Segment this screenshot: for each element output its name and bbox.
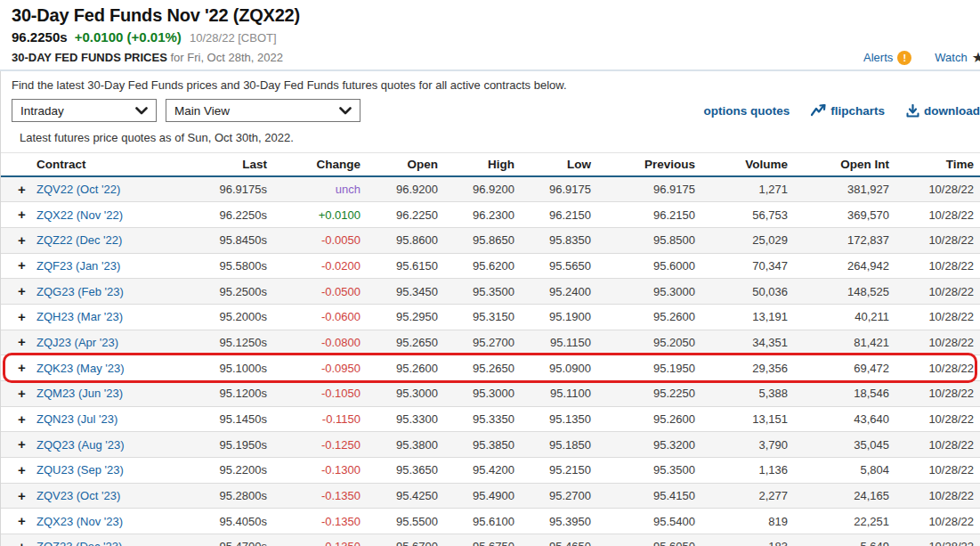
expand-row-icon[interactable]: + — [18, 182, 26, 197]
expand-row-icon[interactable]: + — [18, 257, 26, 273]
cell-contract: ZQU23 (Sep '23) — [36, 458, 188, 484]
column-header-open-int[interactable]: Open Int — [788, 153, 889, 176]
column-header-change[interactable]: Change — [267, 153, 360, 176]
cell-high: 95.3500 — [438, 279, 514, 305]
expand-row-icon[interactable]: + — [18, 412, 26, 427]
flipcharts-link[interactable]: flipcharts — [811, 104, 885, 118]
cell-time: 10/28/22 — [889, 509, 980, 534]
download-link[interactable]: download — [906, 104, 980, 118]
cell-volume: 819 — [695, 509, 788, 534]
cell-low: 95.3950 — [514, 509, 591, 534]
cell-time: 10/28/22 — [889, 483, 980, 509]
contract-link[interactable]: ZQZ23 (Dec '23) — [36, 540, 122, 546]
cell-previous: 96.9175 — [591, 176, 695, 202]
contract-link[interactable]: ZQX22 (Nov '22) — [36, 208, 123, 222]
cell-open-int: 5,804 — [788, 458, 889, 484]
expand-row-icon[interactable]: + — [18, 283, 26, 298]
quotes-table-wrap: ContractLastChangeOpenHighLowPreviousVol… — [1, 152, 980, 546]
cell-last: 95.4700s — [188, 534, 267, 546]
cell-volume: 29,356 — [695, 355, 788, 381]
cell-time: 10/28/22 — [889, 227, 980, 253]
cell-change: unch — [267, 176, 360, 202]
expand-row-icon[interactable]: + — [18, 386, 26, 401]
expand-row-icon[interactable]: + — [18, 436, 26, 452]
cell-low: 95.2150 — [514, 458, 591, 484]
cell-last: 95.1950s — [188, 432, 267, 458]
cell-volume: 1,136 — [695, 458, 788, 484]
cell-low: 95.1100 — [514, 381, 591, 407]
cell-change: -0.1300 — [267, 458, 360, 484]
view-select[interactable]: Main View — [166, 99, 360, 122]
expand-row-icon[interactable]: + — [18, 334, 26, 349]
expand-row-icon[interactable]: + — [18, 309, 26, 324]
watchlist-star-icon[interactable]: ★ — [972, 51, 980, 65]
cell-contract: ZQN23 (Jul '23) — [36, 406, 188, 432]
expand-row-icon[interactable]: + — [18, 207, 26, 222]
cell-previous: 95.2600 — [591, 406, 695, 432]
table-row: +ZQM23 (Jun '23)95.1200s-0.105095.300095… — [1, 381, 980, 407]
column-header-high[interactable]: High — [438, 153, 514, 176]
contract-link[interactable]: ZQJ23 (Apr '23) — [36, 336, 118, 349]
contract-link[interactable]: ZQX23 (Nov '23) — [36, 515, 123, 528]
contract-link[interactable]: ZQN23 (Jul '23) — [36, 412, 117, 426]
expand-row-icon[interactable]: + — [18, 513, 26, 528]
contract-link[interactable]: ZQZ22 (Dec '22) — [36, 233, 122, 247]
cell-last: 95.2800s — [188, 483, 267, 509]
cell-last: 95.1250s — [188, 330, 267, 355]
column-header-low[interactable]: Low — [514, 153, 591, 176]
expand-row-icon[interactable]: + — [18, 232, 26, 248]
cell-change: -0.1150 — [267, 406, 360, 432]
cell-low: 95.8350 — [514, 227, 591, 253]
cell-volume: 70,347 — [695, 253, 788, 279]
expand-row-icon[interactable]: + — [18, 462, 26, 477]
cell-open-int: 172,837 — [788, 227, 889, 253]
contract-link[interactable]: ZQU23 (Sep '23) — [36, 463, 124, 477]
column-header-time[interactable]: Time — [889, 153, 980, 176]
cell-open-int: 18,546 — [788, 381, 889, 407]
cell-high: 96.2300 — [438, 202, 514, 228]
options-quotes-label: options quotes — [703, 104, 790, 118]
column-header-last[interactable]: Last — [188, 153, 267, 176]
timeframe-select[interactable]: Intraday — [12, 99, 157, 122]
expand-row-icon[interactable]: + — [18, 360, 26, 375]
column-header-volume[interactable]: Volume — [695, 153, 788, 176]
contract-link[interactable]: ZQQ23 (Aug '23) — [36, 438, 125, 452]
cell-previous: 95.6000 — [591, 253, 695, 279]
page-header: 30-Day Fed Funds Nov '22 (ZQX22) 96.2250… — [0, 0, 980, 65]
cell-high: 95.2700 — [438, 330, 514, 355]
column-header-contract[interactable]: Contract — [36, 153, 188, 176]
table-row: +ZQJ23 (Apr '23)95.1250s-0.080095.265095… — [1, 330, 980, 355]
contract-link[interactable]: ZQF23 (Jan '23) — [36, 259, 120, 273]
table-row: +ZQU23 (Sep '23)95.2200s-0.130095.365095… — [1, 458, 980, 484]
alerts-link[interactable]: Alerts — [863, 51, 893, 65]
table-row: +ZQV23 (Oct '23)95.2800s-0.135095.425095… — [1, 483, 980, 509]
cell-contract: ZQJ23 (Apr '23) — [36, 330, 188, 355]
cell-open: 95.6700 — [360, 534, 438, 546]
table-row: +ZQQ23 (Aug '23)95.1950s-0.125095.380095… — [1, 432, 980, 458]
quotes-panel: Find the latest 30-Day Fed Funds prices … — [0, 71, 980, 546]
table-row: +ZQN23 (Jul '23)95.1450s-0.115095.330095… — [1, 406, 980, 432]
alert-badge-icon[interactable]: ! — [897, 51, 911, 65]
cell-time: 10/28/22 — [889, 176, 980, 202]
expand-column-header — [1, 153, 36, 176]
contract-link[interactable]: ZQV22 (Oct '22) — [36, 183, 120, 196]
cell-open: 95.8600 — [360, 227, 438, 253]
column-header-open[interactable]: Open — [360, 153, 438, 176]
cell-contract: ZQZ23 (Dec '23) — [36, 534, 188, 546]
contract-link[interactable]: ZQM23 (Jun '23) — [36, 387, 123, 400]
contract-link[interactable]: ZQK23 (May '23) — [36, 362, 125, 375]
cell-open-int: 35,045 — [788, 432, 889, 458]
contract-link[interactable]: ZQV23 (Oct '23) — [36, 489, 120, 502]
watch-link[interactable]: Watch — [935, 51, 967, 65]
cell-high: 95.6750 — [438, 534, 514, 546]
expand-row-icon[interactable]: + — [18, 488, 26, 503]
cell-low: 96.9175 — [514, 176, 591, 202]
contract-link[interactable]: ZQH23 (Mar '23) — [36, 310, 123, 323]
contract-link[interactable]: ZQG23 (Feb '23) — [36, 285, 124, 298]
options-quotes-link[interactable]: options quotes — [703, 104, 790, 118]
cell-previous: 95.2250 — [591, 381, 695, 407]
cell-volume: 56,753 — [695, 202, 788, 228]
column-header-previous[interactable]: Previous — [591, 153, 695, 176]
expand-row-icon[interactable]: + — [18, 539, 26, 546]
cell-open-int: 81,421 — [788, 330, 889, 355]
